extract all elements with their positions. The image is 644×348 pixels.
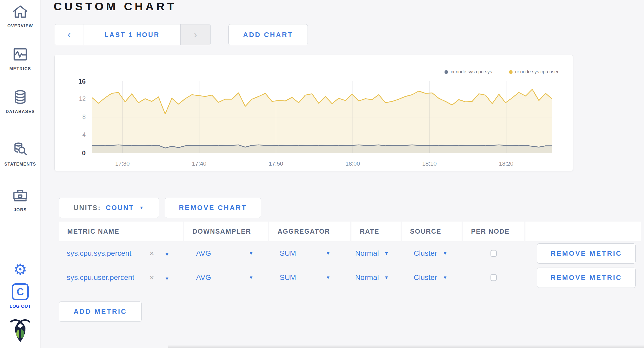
column-header-downsampler: DOWNSAMPLER <box>184 222 268 241</box>
legend-item[interactable]: cr.node.sys.cpu.sys.... <box>444 69 497 75</box>
metric-name-cell: sys.cpu.user.percent ×▼ <box>59 265 183 290</box>
metric-name-cell: sys.cpu.sys.percent ×▼ <box>59 241 183 265</box>
units-value: COUNT <box>106 204 134 212</box>
logout-button[interactable]: C LOG OUT <box>0 283 40 309</box>
chart-canvas <box>92 81 552 153</box>
add-metric-button[interactable]: ADD METRIC <box>59 301 142 322</box>
downsampler-dropdown[interactable]: AVG ▼ <box>184 241 268 265</box>
add-chart-button[interactable]: ADD CHART <box>228 24 308 45</box>
sidebar-item-metrics[interactable]: METRICS <box>0 46 40 71</box>
metric-name-value[interactable]: sys.cpu.user.percent <box>67 273 134 282</box>
metrics-chart-icon <box>12 46 29 63</box>
chevron-left-icon: ‹ <box>68 29 71 40</box>
scroll-shadow <box>168 345 644 348</box>
table-row: sys.cpu.sys.percent ×▼ AVG ▼ SUM ▼ Norma… <box>59 241 641 265</box>
downsampler-value: AVG <box>196 273 211 282</box>
downsampler-value: AVG <box>196 249 211 258</box>
chart-legend: cr.node.sys.cpu.sys.... cr.node.sys.cpu.… <box>444 69 562 75</box>
time-range-dropdown[interactable]: LAST 1 HOUR <box>84 24 181 45</box>
clear-metric-icon[interactable]: × <box>150 249 154 258</box>
aggregator-value: SUM <box>280 249 296 258</box>
units-dropdown[interactable]: UNITS: COUNT ▼ <box>59 198 159 218</box>
bug-logo-icon <box>8 318 32 344</box>
logout-label: LOG OUT <box>10 304 31 309</box>
downsampler-dropdown[interactable]: AVG ▼ <box>184 265 268 290</box>
sidebar-item-jobs[interactable]: JOBS <box>0 187 40 212</box>
remove-metric-cell: REMOVE METRIC <box>525 241 641 265</box>
y-axis-label: 8 <box>67 114 86 121</box>
per-node-cell <box>463 241 524 265</box>
x-axis-label: 17:40 <box>183 160 215 167</box>
rate-dropdown[interactable]: Normal ▼ <box>351 241 401 265</box>
rate-value: Normal <box>355 249 379 258</box>
source-value: Cluster <box>414 273 437 282</box>
sidebar-item-label: DATABASES <box>6 109 35 114</box>
metric-dropdown-controls: ×▼ <box>150 273 169 282</box>
cockroach-c-logo-icon: C <box>12 283 29 300</box>
sidebar-item-overview[interactable]: OVERVIEW <box>0 3 40 28</box>
database-icon <box>12 89 29 106</box>
cockroach-bug-logo <box>0 318 40 344</box>
per-node-cell <box>463 265 524 290</box>
remove-metric-cell: REMOVE METRIC <box>525 265 641 290</box>
remove-metric-button[interactable]: REMOVE METRIC <box>537 243 636 264</box>
metrics-table: METRIC NAME DOWNSAMPLER AGGREGATOR RATE … <box>59 222 641 290</box>
clear-metric-icon[interactable]: × <box>150 273 154 282</box>
settings-gear-button[interactable]: ⚙ <box>0 262 40 277</box>
column-header-blank <box>525 222 641 241</box>
metric-dropdown-controls: ×▼ <box>150 249 169 258</box>
chevron-right-icon: › <box>194 29 197 40</box>
column-header-metric-name: METRIC NAME <box>59 222 183 241</box>
caret-down-icon: ▼ <box>443 251 447 256</box>
remove-metric-button[interactable]: REMOVE METRIC <box>537 268 636 288</box>
per-node-checkbox[interactable] <box>490 274 497 281</box>
sidebar-item-databases[interactable]: DATABASES <box>0 89 40 114</box>
remove-chart-button[interactable]: REMOVE CHART <box>165 198 261 218</box>
x-axis-label: 18:20 <box>490 160 522 167</box>
gear-icon: ⚙ <box>13 262 27 277</box>
x-axis-label: 17:30 <box>107 160 138 167</box>
x-axis-label: 18:10 <box>414 160 445 167</box>
database-search-icon <box>12 141 29 158</box>
aggregator-dropdown[interactable]: SUM ▼ <box>269 265 350 290</box>
sidebar-item-statements[interactable]: STATEMENTS <box>0 141 40 167</box>
sidebar-item-label: JOBS <box>14 208 27 212</box>
column-header-rate: RATE <box>351 222 401 241</box>
sidebar-item-label: OVERVIEW <box>7 24 33 28</box>
aggregator-value: SUM <box>280 273 296 282</box>
caret-down-icon: ▼ <box>384 275 389 280</box>
column-header-aggregator: AGGREGATOR <box>269 222 350 241</box>
time-next-button-disabled[interactable]: › <box>180 24 210 45</box>
table-header-row: METRIC NAME DOWNSAMPLER AGGREGATOR RATE … <box>59 222 641 241</box>
caret-down-icon: ▼ <box>384 251 389 256</box>
aggregator-dropdown[interactable]: SUM ▼ <box>269 241 350 265</box>
caret-down-icon: ▼ <box>249 275 253 280</box>
x-axis-label: 18:00 <box>337 160 369 167</box>
source-value: Cluster <box>414 249 437 258</box>
metric-name-value[interactable]: sys.cpu.sys.percent <box>67 249 131 258</box>
y-axis-label: 12 <box>67 95 86 103</box>
caret-down-icon: ▼ <box>326 251 330 256</box>
caret-down-icon[interactable]: ▼ <box>165 252 169 257</box>
caret-down-icon[interactable]: ▼ <box>165 276 169 281</box>
source-dropdown[interactable]: Cluster ▼ <box>402 265 462 290</box>
time-prev-button[interactable]: ‹ <box>55 24 84 45</box>
y-axis-label: 16 <box>67 78 86 85</box>
caret-down-icon: ▼ <box>326 275 330 280</box>
caret-down-icon: ▼ <box>249 251 253 256</box>
legend-dot-sys <box>444 70 448 74</box>
sidebar-item-label: STATEMENTS <box>4 162 36 167</box>
y-axis-label: 0 <box>67 149 86 157</box>
sidebar: OVERVIEW METRICS DATABASES <box>0 0 40 348</box>
legend-label: cr.node.sys.cpu.user... <box>515 69 562 75</box>
rate-dropdown[interactable]: Normal ▼ <box>351 265 401 290</box>
units-label: UNITS: <box>74 204 101 212</box>
rate-value: Normal <box>355 273 379 282</box>
per-node-checkbox[interactable] <box>490 250 497 257</box>
source-dropdown[interactable]: Cluster ▼ <box>402 241 462 265</box>
table-row: sys.cpu.user.percent ×▼ AVG ▼ SUM ▼ Norm… <box>59 265 641 290</box>
legend-item[interactable]: cr.node.sys.cpu.user... <box>509 69 562 75</box>
legend-dot-user <box>509 70 513 74</box>
sidebar-item-label: METRICS <box>9 66 31 71</box>
caret-down-icon: ▼ <box>443 275 447 280</box>
